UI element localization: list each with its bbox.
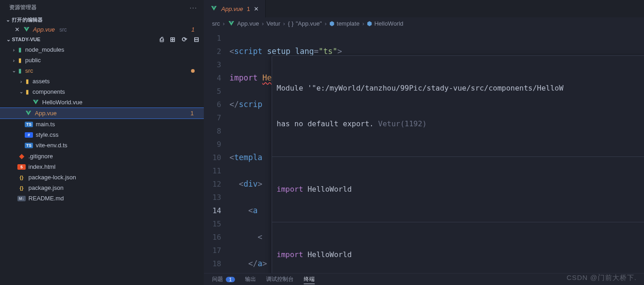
tab-badge: 1 <box>247 5 250 12</box>
folder-icon: ▮ <box>18 46 22 53</box>
open-editor-item[interactable]: ✕ App.vue src 1 <box>0 25 204 34</box>
refresh-icon[interactable]: ⟳ <box>182 36 187 43</box>
tree-file-indexhtml[interactable]: 5 index.html <box>0 161 204 172</box>
breadcrumb-item[interactable]: ⬢HelloWorld <box>367 20 403 27</box>
vue-file-icon <box>228 21 235 27</box>
json-file-icon: {} <box>17 175 26 180</box>
tree-folder-assets[interactable]: › ▮ assets <box>0 76 204 86</box>
editor-area: App.vue 1 ✕ src › App.vue › Vetur › { }"… <box>204 0 644 285</box>
open-editor-path: src <box>60 27 67 33</box>
new-folder-icon[interactable]: ⊞ <box>170 36 175 43</box>
explorer-title: 资源管理器 <box>9 4 37 11</box>
tree-folder-src[interactable]: ⌄ ▮ src <box>0 65 204 76</box>
cube-icon: ⬢ <box>367 20 372 27</box>
tree-file-appvue[interactable]: App.vue 1 <box>0 108 204 119</box>
tree-file-pkglock[interactable]: {} package-lock.json <box>0 172 204 183</box>
chevron-down-icon: ⌄ <box>5 37 12 43</box>
modified-dot-icon <box>191 69 195 73</box>
folder-icon: ▮ <box>26 78 29 85</box>
tree-file-viteenv[interactable]: TS vite-env.d.ts <box>0 140 204 151</box>
chevron-right-icon: › <box>17 79 25 84</box>
error-hover-tooltip: Module '"e:/myWorld/tanzhou/99Pic/stady-… <box>272 55 644 273</box>
open-editors-label: 打开的编辑器 <box>12 16 43 23</box>
tree-folder-components[interactable]: ⌄ ▮ components <box>0 86 204 97</box>
chevron-down-icon: ⌄ <box>5 17 12 23</box>
tab-filename: App.vue <box>221 5 243 12</box>
problems-badge: 1 <box>191 110 194 117</box>
open-editors-header[interactable]: ⌄ 打开的编辑器 <box>0 15 204 25</box>
ts-file-icon: TS <box>25 122 33 127</box>
project-header[interactable]: ⌄ STADY-VUE ⎙ ⊞ ⟳ ⊟ <box>0 34 204 44</box>
tree-file-gitignore[interactable]: ◆ .gitignore <box>0 151 204 161</box>
chevron-down-icon: ⌄ <box>10 68 17 74</box>
breadcrumb-item[interactable]: { }"App.vue" <box>288 20 322 27</box>
tab-appvue[interactable]: App.vue 1 ✕ <box>204 0 266 17</box>
ts-file-icon: TS <box>25 143 33 148</box>
close-icon[interactable]: ✕ <box>14 26 20 33</box>
vue-file-icon <box>23 27 30 33</box>
folder-icon: ▮ <box>18 57 22 64</box>
tree-folder-public[interactable]: › ▮ public <box>0 55 204 65</box>
vue-file-icon <box>25 110 32 117</box>
watermark: CSDN @门前大桥下. <box>567 274 637 282</box>
project-actions: ⎙ ⊞ ⟳ ⊟ <box>160 36 199 43</box>
open-editor-badge: 1 <box>191 26 195 33</box>
explorer-sidebar: 资源管理器 ··· ⌄ 打开的编辑器 ✕ App.vue src 1 ⌄ STA… <box>0 0 204 285</box>
chevron-right-icon: › <box>10 47 17 53</box>
breadcrumbs[interactable]: src › App.vue › Vetur › { }"App.vue" › ⬢… <box>204 17 644 30</box>
git-file-icon: ◆ <box>17 152 26 160</box>
html-file-icon: 5 <box>17 164 26 170</box>
folder-icon: ▮ <box>26 88 29 95</box>
breadcrumb-item[interactable]: App.vue <box>228 20 259 27</box>
css-file-icon: # <box>25 132 33 138</box>
error-message-line1: Module '"e:/myWorld/tanzhou/99Pic/stady-… <box>277 82 642 94</box>
more-actions-icon[interactable]: ··· <box>190 4 197 11</box>
panel-tab-problems[interactable]: 问题 1 <box>212 275 235 283</box>
folder-icon: ▮ <box>18 67 22 74</box>
panel-tab-terminal[interactable]: 终端 <box>304 275 315 283</box>
vue-file-icon <box>32 99 39 106</box>
cube-icon: ⬢ <box>329 20 334 27</box>
breadcrumb-item[interactable]: Vetur <box>267 20 280 27</box>
breadcrumb-item[interactable]: ⬢template <box>329 20 360 27</box>
breadcrumb-item[interactable]: src <box>212 20 220 27</box>
new-file-icon[interactable]: ⎙ <box>160 36 164 43</box>
json-file-icon: {} <box>17 185 26 191</box>
chevron-down-icon: ⌄ <box>17 89 25 95</box>
project-name: STADY-VUE <box>12 37 40 42</box>
vue-file-icon <box>210 5 218 12</box>
open-editor-filename: App.vue <box>33 26 55 33</box>
tree-file-readme[interactable]: M↓ README.md <box>0 193 204 204</box>
panel-tab-output[interactable]: 输出 <box>245 275 256 283</box>
panel-tab-debug[interactable]: 调试控制台 <box>266 275 294 283</box>
chevron-right-icon: › <box>10 58 17 63</box>
tree-file-helloworld[interactable]: HelloWorld.vue <box>0 97 204 108</box>
tree-file-stylecss[interactable]: # style.css <box>0 129 204 140</box>
tree-file-maints[interactable]: TS main.ts <box>0 119 204 129</box>
code-editor[interactable]: 123456789101112131415161718 <script setu… <box>204 30 644 273</box>
code-content[interactable]: <script setup lang="ts"> import HelloWor… <box>229 30 644 273</box>
tree-file-pkg[interactable]: {} package.json <box>0 183 204 193</box>
tree-folder-node-modules[interactable]: › ▮ node_modules <box>0 44 204 55</box>
file-tree: › ▮ node_modules › ▮ public ⌄ ▮ src › ▮ … <box>0 44 204 285</box>
editor-tabs: App.vue 1 ✕ <box>204 0 644 17</box>
explorer-header: 资源管理器 ··· <box>0 0 204 15</box>
collapse-all-icon[interactable]: ⊟ <box>194 36 199 43</box>
md-file-icon: M↓ <box>17 196 26 201</box>
close-icon[interactable]: ✕ <box>254 5 259 12</box>
problems-count-badge: 1 <box>226 277 235 282</box>
line-gutter: 123456789101112131415161718 <box>204 30 229 273</box>
